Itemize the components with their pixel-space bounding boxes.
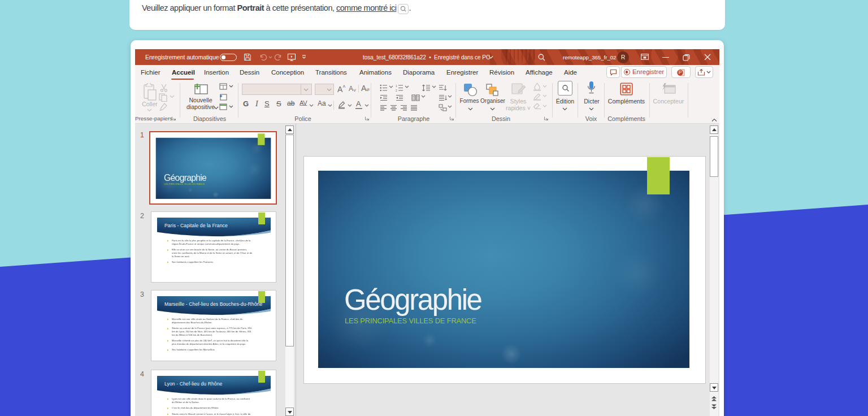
svg-text:P: P [679,70,682,75]
svg-text:2: 2 [396,89,397,92]
svg-text:1: 1 [396,84,397,88]
